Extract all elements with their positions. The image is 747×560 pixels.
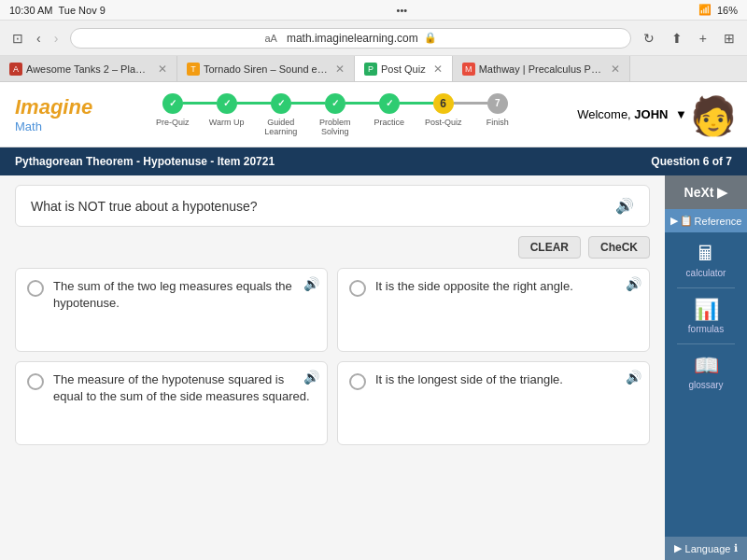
glossary-label: glossary [688,380,723,390]
glossary-tool[interactable]: 📖 glossary [665,344,747,399]
step-line-6 [454,102,487,105]
url-dots: ••• [397,5,408,16]
tab-4[interactable]: M Mathway | Precalculus Problem … ✕ [453,56,630,81]
back-btn[interactable]: ‹ [32,29,46,48]
choice-a-radio[interactable] [27,280,44,297]
step-line-4 [345,102,379,105]
choice-a-audio[interactable]: 🔊 [303,276,319,291]
tabs-btn[interactable]: ⊞ [719,29,740,48]
language-info-icon: ℹ [734,542,738,554]
steps-connector: ✓ ✓ ✓ ✓ ✓ 6 [162,93,508,114]
choice-b[interactable]: It is the side opposite the right angle.… [337,268,650,352]
reference-icon: 📋 [680,215,693,227]
tab3-close[interactable]: ✕ [433,63,443,76]
choice-a[interactable]: The sum of the two leg measures equals t… [15,268,328,352]
tab1-close[interactable]: ✕ [158,63,167,76]
tab3-text: Post Quiz [381,63,426,75]
progress-steps: ✓ ✓ ✓ ✓ ✓ 6 [146,93,525,136]
step-circle-guided: ✓ [271,93,291,114]
choice-c[interactable]: The measure of the hypotenuse squared is… [15,361,328,445]
formulas-icon: 📊 [694,298,719,322]
check-button[interactable]: CheCK [588,236,650,259]
step-circle-postquiz: 6 [433,93,454,114]
step-finish: 7 [487,93,508,114]
tab2-close[interactable]: ✕ [335,63,345,76]
label-prequiz: Pre-Quiz [146,118,200,127]
choice-b-radio[interactable] [349,280,366,297]
action-buttons: CLEAR CheCK [15,236,650,259]
step-circle-prequiz: ✓ [162,93,183,114]
label-problem: Problem Solving [308,118,362,136]
question-number: Question 6 of 7 [651,155,732,168]
choice-b-audio[interactable]: 🔊 [626,276,641,291]
user-name: JOHN [634,107,668,121]
label-postquiz: Post-Quiz [416,118,471,127]
choice-c-radio[interactable] [27,373,44,390]
question-title: Pythagorean Theorem - Hypotenuse - Item … [15,155,275,168]
reference-header[interactable]: ▶ 📋 Reference [665,209,747,232]
step-circle-warmup: ✓ [217,93,237,114]
battery-text: 16% [717,5,738,16]
tab4-close[interactable]: ✕ [611,63,620,76]
step-circle-finish: 7 [487,93,508,114]
language-icon: ▶ [674,542,682,554]
font-size-btn[interactable]: aA [264,33,276,44]
step-circle-problem: ✓ [325,93,345,114]
share-btn[interactable]: ⬆ [667,29,687,48]
step-warmup: ✓ [217,93,237,114]
step-practice: ✓ [379,93,400,114]
avatar-figure: 🧑 [690,94,737,138]
choice-a-text: The sum of the two leg measures equals t… [53,278,316,312]
formulas-tool[interactable]: 📊 formulas [665,288,747,343]
logo-imagine: Imagine [15,95,92,119]
next-label: NeXt [684,185,714,200]
logo-math: Math [15,119,92,133]
question-text: What is NOT true about a hypotenuse? [31,199,258,214]
main-content: What is NOT true about a hypotenuse? 🔊 C… [0,175,747,560]
language-button[interactable]: ▶ Language ℹ [665,537,747,560]
tab-1[interactable]: A Awesome Tanks 2 – Play it now … ✕ [0,56,177,81]
step-postquiz: 6 [433,93,454,114]
tab3-favicon: P [364,63,377,76]
step-line-5 [400,102,433,105]
welcome-area: Welcome, JOHN ▼ 🧑 [577,91,732,138]
dropdown-arrow[interactable]: ▼ [675,107,687,121]
add-tab-btn[interactable]: + [695,29,712,48]
calculator-tool[interactable]: 🖩 calculator [665,232,747,287]
choice-d-audio[interactable]: 🔊 [626,370,641,385]
tab-2[interactable]: T Tornado Siren – Sound effect – Y… ✕ [177,56,355,81]
step-circle-practice: ✓ [379,93,400,114]
clear-button[interactable]: CLEAR [518,236,581,259]
reload-btn[interactable]: ↻ [639,29,659,48]
status-center: ••• [397,5,408,16]
tab2-favicon: T [187,63,200,76]
step-line-3 [291,102,325,105]
choice-c-audio[interactable]: 🔊 [303,370,319,385]
choice-d-text: It is the longest side of the triangle. [375,371,638,388]
choice-d[interactable]: It is the longest side of the triangle. … [337,361,650,445]
step-prequiz: ✓ [162,93,183,114]
tab4-favicon: M [462,63,475,76]
tab1-favicon: A [9,63,22,76]
logo-area: Imagine Math [15,95,92,133]
browser-bar: ⊡ ‹ › aA math.imaginelearning.com 🔒 ↻ ⬆ … [0,21,747,56]
question-audio-btn[interactable]: 🔊 [615,197,634,215]
tab-3[interactable]: P Post Quiz ✕ [355,56,453,81]
lock-icon: 🔒 [424,32,437,44]
step-guided: ✓ [271,93,291,114]
next-button[interactable]: NeXt ▶ [665,175,747,209]
label-guided: Guided Learning [254,118,308,136]
status-right: 📶 16% [698,4,738,16]
choice-c-text: The measure of the hypotenuse squared is… [53,371,316,405]
wifi-icon: 📶 [698,4,712,16]
url-bar[interactable]: aA math.imaginelearning.com 🔒 [70,28,630,49]
content-area: What is NOT true about a hypotenuse? 🔊 C… [0,175,665,560]
tab2-text: Tornado Siren – Sound effect – Y… [204,63,328,75]
choice-d-radio[interactable] [349,373,366,390]
formulas-label: formulas [688,324,724,334]
page-icon-btn[interactable]: ⊡ [7,29,28,48]
label-finish: Finish [471,118,525,127]
tabs-bar: A Awesome Tanks 2 – Play it now … ✕ T To… [0,56,747,82]
next-arrow: ▶ [717,185,727,200]
forward-btn[interactable]: › [49,29,63,48]
